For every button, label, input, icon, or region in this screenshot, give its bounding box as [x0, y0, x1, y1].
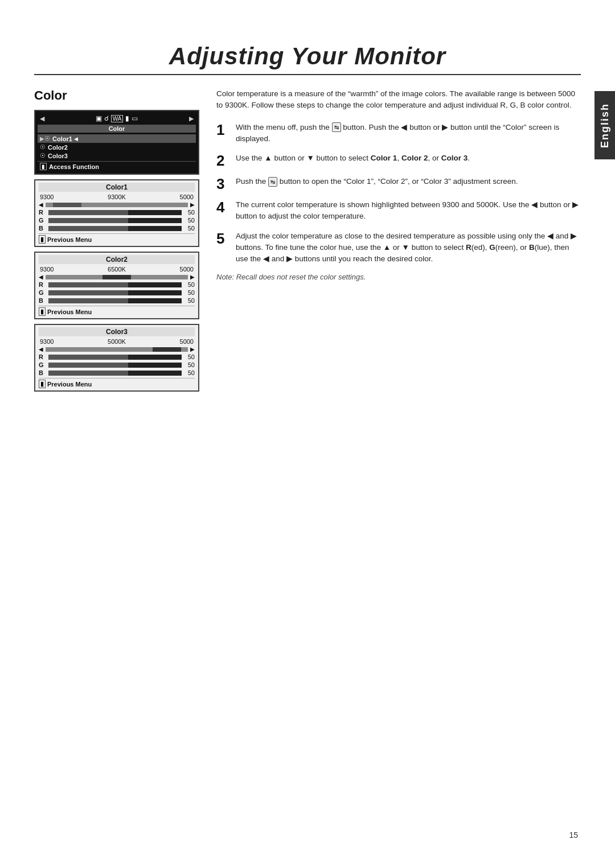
color1-label: Color1	[52, 135, 72, 142]
access-label: Access Function	[49, 163, 99, 170]
slider-left-arrow: ◀	[39, 346, 43, 352]
color3-temp-row: 9300 5000K 5000	[39, 338, 195, 345]
main-content: Color ◀ ▣ ☌ WA ▮ ▭ ▶ Color ▶ ☉ Color1 ◀	[34, 88, 584, 396]
color2-slider-track	[46, 275, 188, 279]
osd-access-row: ▮ Access Function	[38, 161, 196, 171]
color2-label: Color2	[48, 144, 68, 151]
b-label: B	[39, 369, 47, 376]
prev-menu-label: Previous Menu	[47, 308, 92, 315]
r-label: R	[39, 209, 47, 216]
b-value: 50	[183, 225, 195, 232]
g-label: G	[39, 217, 47, 224]
r-value: 50	[183, 353, 195, 360]
b-label: B	[39, 225, 47, 232]
prev-menu-label: Previous Menu	[47, 236, 92, 243]
step-2-text: Use the ▲ button or ▼ button to select C…	[236, 153, 470, 164]
color2-icon: ☉	[40, 143, 46, 151]
color1-slider-row: ◀ ▶	[39, 201, 195, 208]
color1-prev-menu: ▮ Previous Menu	[39, 233, 195, 244]
g-value: 50	[183, 289, 195, 296]
intro-paragraph: Color temperature is a measure of the “w…	[216, 88, 584, 112]
color1-icon: ☉	[44, 135, 50, 142]
step-5-number: 5	[216, 231, 229, 246]
osd-icons: ▣ ☌ WA ▮ ▭	[96, 114, 138, 122]
prev-menu-label: Previous Menu	[47, 381, 92, 388]
g-bar	[48, 363, 182, 368]
color3-adjust-box: Color3 9300 5000K 5000 ◀ ▶ R 50	[34, 324, 199, 392]
b-bar	[48, 298, 182, 303]
color3-prev-menu: ▮ Previous Menu	[39, 378, 195, 388]
step-1-text: With the menu off, push the ↹ button. Pu…	[236, 122, 584, 145]
right-arrow-icon: ▶	[189, 115, 194, 122]
prev-menu-icon: ▮	[39, 380, 46, 388]
color1-r-row: R 50	[39, 209, 195, 216]
osd-menu-box: ◀ ▣ ☌ WA ▮ ▭ ▶ Color ▶ ☉ Color1 ◀ ☉ Colo…	[34, 110, 199, 175]
slider-right-arrow: ▶	[190, 346, 195, 352]
enter-button-icon2: ↹	[268, 177, 277, 187]
prev-menu-icon: ▮	[39, 235, 46, 244]
g-value: 50	[183, 361, 195, 368]
color1-g-row: G 50	[39, 217, 195, 224]
r-label: R	[39, 281, 47, 288]
color1-box-title: Color1	[39, 183, 195, 192]
icon4: ▮	[125, 114, 129, 122]
slider-left-arrow: ◀	[39, 274, 43, 280]
color1-adjust-box: Color1 9300 9300K 5000 ◀ ▶ R 50	[34, 179, 199, 247]
access-icon: ▮	[40, 163, 47, 170]
g-bar	[48, 218, 182, 223]
color2-temp-row: 9300 6500K 5000	[39, 266, 195, 273]
english-tab: English	[594, 91, 615, 159]
color3-r-row: R 50	[39, 353, 195, 360]
osd-color2-row: ☉ Color2	[38, 143, 196, 151]
step-4-text: The current color temperature is shown h…	[236, 199, 584, 223]
slider-right-arrow: ▶	[190, 201, 195, 208]
color3-b-row: B 50	[39, 369, 195, 376]
color2-slider-row: ◀ ▶	[39, 274, 195, 280]
r-bar	[48, 210, 182, 215]
r-bar	[48, 282, 182, 287]
step-2: 2 Use the ▲ button or ▼ button to select…	[216, 153, 584, 168]
icon5: ▭	[132, 114, 138, 122]
b-value: 50	[183, 369, 195, 376]
icon2: ☌	[104, 114, 109, 122]
section-title: Color	[34, 88, 199, 103]
color3-icon: ☉	[40, 152, 46, 159]
icon3: WA	[111, 115, 124, 122]
color3-g-row: G 50	[39, 361, 195, 368]
color2-g-row: G 50	[39, 289, 195, 296]
left-column: Color ◀ ▣ ☌ WA ▮ ▭ ▶ Color ▶ ☉ Color1 ◀	[34, 88, 199, 396]
color2-b-row: B 50	[39, 297, 195, 304]
color2-prev-menu: ▮ Previous Menu	[39, 306, 195, 316]
color1-slider-track	[46, 203, 188, 207]
step-3-text: Push the ↹ button to open the “Color 1”,…	[236, 176, 518, 187]
title-divider	[34, 74, 581, 75]
step-5: 5 Adjust the color temperature as close …	[216, 231, 584, 265]
color3-slider-row: ◀ ▶	[39, 346, 195, 352]
r-bar	[48, 355, 182, 360]
right-column: Color temperature is a measure of the “w…	[216, 88, 584, 396]
g-value: 50	[183, 217, 195, 224]
osd-nav-label: Color	[38, 125, 196, 133]
page-number: 15	[569, 830, 578, 840]
color3-slider-track	[46, 347, 188, 352]
step-2-number: 2	[216, 153, 229, 168]
r-value: 50	[183, 281, 195, 288]
b-bar	[48, 371, 182, 376]
g-bar	[48, 290, 182, 295]
color1-left-arrow: ◀	[74, 136, 78, 142]
step-1: 1 With the menu off, push the ↹ button. …	[216, 122, 584, 145]
step-5-text: Adjust the color temperature as close to…	[236, 231, 584, 265]
r-label: R	[39, 353, 47, 360]
icon1: ▣	[96, 114, 102, 122]
color3-box-title: Color3	[39, 327, 195, 336]
b-bar	[48, 226, 182, 231]
b-label: B	[39, 297, 47, 304]
color2-box-title: Color2	[39, 255, 195, 264]
color1-b-row: B 50	[39, 225, 195, 232]
page-title: Adjusting Your Monitor	[34, 43, 581, 70]
step-4-number: 4	[216, 200, 229, 215]
color3-label: Color3	[48, 153, 68, 159]
slider-left-arrow: ◀	[39, 201, 43, 208]
b-value: 50	[183, 297, 195, 304]
step-4: 4 The current color temperature is shown…	[216, 199, 584, 223]
